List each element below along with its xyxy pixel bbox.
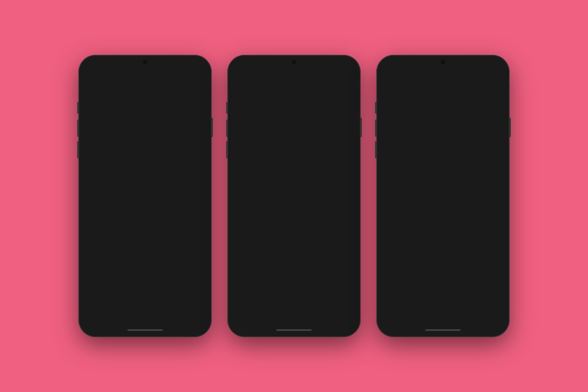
emoji-item[interactable]: 🥰 <box>133 247 145 256</box>
keyboard-delete-button[interactable]: ⌫ <box>196 324 205 332</box>
tab-more[interactable]: 🚩 <box>186 237 197 245</box>
randomize-button-3[interactable]: ⊞ Randomize <box>420 198 466 211</box>
tab-patterns-3[interactable]: Patterns <box>428 262 455 271</box>
emoji-item[interactable]: 🧲 <box>183 303 195 312</box>
emoji-item[interactable]: 😏 <box>120 256 132 265</box>
emoji-item[interactable]: 👿 <box>133 275 145 284</box>
emoji-item[interactable]: 📌 <box>170 303 182 312</box>
color-dusty-rose[interactable]: 😊 <box>448 278 468 297</box>
pattern-lotus[interactable]: · · ·· · ·· · · Lotus <box>266 284 292 311</box>
color-beige[interactable] <box>448 301 468 321</box>
color-yellow[interactable] <box>478 278 498 297</box>
emoji-item[interactable]: ⚡ <box>120 294 132 303</box>
tab-emoji-2[interactable]: Emoji <box>244 270 265 279</box>
emoji-item[interactable]: 😸 <box>195 275 207 284</box>
emoji-item[interactable]: 😹 <box>83 285 95 294</box>
pattern-mosaic[interactable]: 🌸🐾🎀🐾🌸🐾🎀🐾🌸 Mosaic <box>236 284 263 311</box>
emoji-item[interactable]: ✨ <box>145 294 158 303</box>
back-button-1[interactable]: ← <box>87 70 95 79</box>
check-button-1[interactable]: ✓ <box>192 69 203 80</box>
emoji-item[interactable]: 😭 <box>83 266 95 275</box>
clear-all-button[interactable]: Clear all <box>138 223 157 229</box>
emoji-item[interactable]: 😑 <box>83 256 95 265</box>
emoji-item[interactable]: 🏆 <box>133 303 145 312</box>
tab-food[interactable]: 🍕 <box>118 237 129 245</box>
emoji-item[interactable]: 🤐 <box>170 256 182 265</box>
emoji-item[interactable]: 🚀 <box>145 303 158 312</box>
emoji-item[interactable]: ⭐ <box>158 294 170 303</box>
emoji-item[interactable]: 💌 <box>158 303 170 312</box>
emoji-item[interactable]: 😱 <box>108 266 120 275</box>
tab-colors-2[interactable]: Colors <box>322 270 345 279</box>
color-salmon[interactable]: 😊 <box>418 278 438 297</box>
emoji-item[interactable]: 😮 <box>158 256 170 265</box>
randomize-button-2[interactable]: ⊞ Randomize <box>271 235 317 249</box>
color-green[interactable]: 😊 <box>478 301 498 321</box>
color-red[interactable]: 😊 <box>388 278 408 297</box>
emoji-item[interactable]: 🎵 <box>108 303 120 312</box>
emoji-item[interactable]: ☀️ <box>108 294 120 303</box>
tab-smileys[interactable]: 😀 <box>95 237 106 245</box>
color-tan[interactable] <box>418 301 438 321</box>
emoji-item[interactable]: 🙈 <box>108 285 120 294</box>
emoji-item[interactable]: 🔔 <box>96 303 108 312</box>
emoji-item[interactable]: 😊 <box>96 247 108 256</box>
emoji-item[interactable]: 🤭 <box>158 266 170 275</box>
emoji-item[interactable]: 😂 <box>96 266 108 275</box>
slider-thumb[interactable] <box>296 316 302 323</box>
tab-nature[interactable]: 🌿 <box>107 237 117 245</box>
emoji-item[interactable]: 🐺 <box>170 285 182 294</box>
emoji-item[interactable]: 😺 <box>96 285 108 294</box>
emoji-item[interactable]: 🎲 <box>96 313 108 322</box>
tab-colors-3[interactable]: Colors <box>471 262 494 271</box>
tab-flags[interactable]: 🌐 <box>175 237 185 245</box>
emoji-item[interactable]: 😥 <box>145 256 158 265</box>
emoji-item[interactable]: 😐 <box>195 247 207 256</box>
pattern-sprinkle[interactable]: ✦ ✦ ✦ ✦✦ ✦ Sprinkle <box>325 284 352 311</box>
emoji-item[interactable]: 😤 <box>108 275 120 284</box>
emoji-item[interactable]: 😍 <box>120 247 132 256</box>
check-button-2[interactable]: ✓ <box>341 69 352 80</box>
slider-increase-button[interactable]: + <box>348 316 352 323</box>
emoji-item[interactable]: 🎯 <box>195 303 207 312</box>
tab-symbols[interactable]: 🔍 <box>163 237 174 245</box>
emoji-item[interactable]: 🤪 <box>170 247 182 256</box>
emoji-item[interactable]: 🎊 <box>195 294 207 303</box>
emoji-item[interactable]: 🤯 <box>183 266 195 275</box>
emoji-item[interactable]: 🌟 <box>183 247 195 256</box>
emoji-item[interactable]: 🤗 <box>133 266 145 275</box>
emoji-item[interactable]: 😠 <box>195 266 207 275</box>
emoji-item[interactable]: 🙊 <box>133 285 145 294</box>
emoji-item[interactable]: 😀 <box>83 247 95 256</box>
tab-emoji-3[interactable]: Emoji <box>393 262 414 271</box>
keyboard-collapse-button[interactable]: ⌄ <box>85 324 90 332</box>
tab-travel[interactable]: 🚗 <box>141 237 151 245</box>
emoji-item[interactable]: 🎉 <box>183 294 195 303</box>
emoji-item[interactable]: 🙄 <box>108 256 120 265</box>
color-orange[interactable] <box>388 301 408 321</box>
emoji-item[interactable]: 🙉 <box>120 285 132 294</box>
tab-objects[interactable]: 💡 <box>152 237 163 245</box>
check-button-3[interactable]: ✓ <box>490 69 501 80</box>
slider-decrease-button[interactable]: − <box>236 316 240 323</box>
emoji-item[interactable]: 💯 <box>96 294 108 303</box>
emoji-item[interactable]: 🎈 <box>83 303 95 312</box>
emoji-item[interactable]: 🐒 <box>145 285 158 294</box>
emoji-item[interactable]: 🌙 <box>183 285 195 294</box>
emoji-item[interactable]: 🤔 <box>145 266 158 275</box>
back-button-2[interactable]: ← <box>236 70 244 79</box>
emoji-item[interactable]: 😈 <box>120 275 132 284</box>
emoji-item[interactable]: 💎 <box>133 294 145 303</box>
emoji-item[interactable]: 💀 <box>145 275 158 284</box>
emoji-item[interactable]: 🌺 <box>170 294 182 303</box>
emoji-item[interactable]: 🤫 <box>170 266 182 275</box>
emoji-item[interactable]: 😎 <box>145 247 158 256</box>
tab-recent[interactable]: 🕐 <box>84 237 94 245</box>
emoji-item[interactable]: ☠️ <box>158 275 170 284</box>
emoji-item[interactable]: 😣 <box>133 256 145 265</box>
emoji-item[interactable]: 💩 <box>170 275 182 284</box>
emoji-item[interactable]: ⭐ <box>195 285 207 294</box>
emoji-item[interactable]: 😢 <box>195 256 207 265</box>
emoji-item[interactable]: 😡 <box>83 275 95 284</box>
emoji-item[interactable]: 😳 <box>120 266 132 275</box>
